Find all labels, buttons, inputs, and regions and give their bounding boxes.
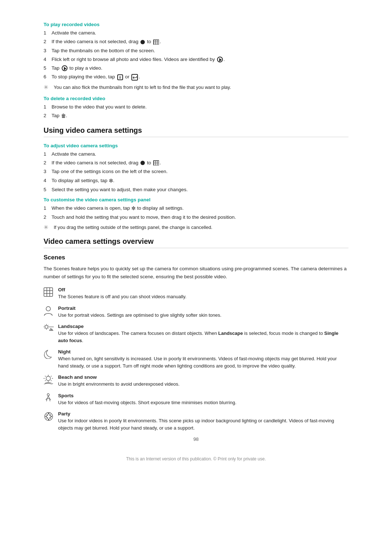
delete-step-2: 2 Tap 🗑. <box>44 112 348 120</box>
svg-point-30 <box>51 416 52 417</box>
scene-portrait-desc: Use for portrait videos. Settings are op… <box>58 312 348 319</box>
delete-recorded-steps: 1 Browse to the video that you want to d… <box>44 103 348 120</box>
scene-beach-title: Beach and snow <box>58 374 348 380</box>
svg-point-31 <box>47 418 48 419</box>
scene-off-desc: The Scenes feature is off and you can sh… <box>58 293 348 300</box>
scenes-intro: The Scenes feature helps you to quickly … <box>44 265 348 280</box>
back-btn-icon: ↩ <box>131 74 138 81</box>
scene-beach: Beach and snow Use in bright environment… <box>44 374 348 388</box>
scene-portrait: Portrait Use for portrait videos. Settin… <box>44 305 348 319</box>
using-video-settings-section: Using video camera settings To adjust vi… <box>44 126 348 231</box>
svg-rect-0 <box>44 288 53 296</box>
svg-point-24 <box>47 394 49 396</box>
adj-step-4: 4 To display all settings, tap ✼. <box>44 177 348 185</box>
grid-icon <box>153 40 159 45</box>
scene-sports-icon <box>44 393 58 405</box>
svg-point-27 <box>50 415 51 416</box>
step-6: 6 To stop playing the video, tap ⏸ or ↩. <box>44 73 348 81</box>
svg-line-12 <box>48 328 48 329</box>
scene-night: Night When turned on, light sensitivity … <box>44 349 348 369</box>
adjust-settings-section: To adjust video camera settings 1 Activa… <box>44 143 348 193</box>
play-video-icon <box>62 65 68 71</box>
scene-portrait-title: Portrait <box>58 305 348 311</box>
svg-point-33 <box>48 419 49 420</box>
scene-night-desc: When turned on, light sensitivity is inc… <box>58 355 348 369</box>
scene-sports-desc: Use for videos of fast-moving objects. S… <box>58 399 348 406</box>
delete-recorded-heading: To delete a recorded video <box>44 96 348 101</box>
scene-landscape: Landscape Use for videos of landscapes. … <box>44 324 348 344</box>
circle-icon-2 <box>140 161 145 165</box>
adj-step-2: 2 If the video camera is not selected, d… <box>44 159 348 167</box>
page-number: 98 <box>44 436 348 442</box>
adjust-settings-heading: To adjust video camera settings <box>44 143 348 148</box>
svg-point-32 <box>50 418 51 419</box>
adjust-steps: 1 Activate the camera. 2 If the video ca… <box>44 151 348 193</box>
cust-step-1: 1 When the video camera is open, tap ✼ t… <box>44 205 348 212</box>
play-recorded-steps: 1 Activate the camera. 2 If the video ca… <box>44 29 348 81</box>
scene-beach-icon <box>44 375 58 386</box>
step-4: 4 Flick left or right to browse all phot… <box>44 56 348 63</box>
customise-panel-section: To customise the video camera settings p… <box>44 197 348 231</box>
play-recorded-heading: To play recorded videos <box>44 22 348 27</box>
delete-recorded-section: To delete a recorded video 1 Browse to t… <box>44 96 348 120</box>
tip-sun-icon-2: ✳ <box>44 224 54 231</box>
page-footer: This is an Internet version of this publ… <box>44 456 348 461</box>
scene-party: Party Use for indoor videos in poorly li… <box>44 411 348 431</box>
step-2: 2 If the video camera is not selected, d… <box>44 38 348 45</box>
scenes-section: Scenes The Scenes feature helps you to q… <box>44 254 348 431</box>
step-5: 5 Tap to play a video. <box>44 65 348 72</box>
overview-section: Video camera settings overview Scenes Th… <box>44 237 348 431</box>
scene-landscape-desc: Use for videos of landscapes. The camera… <box>58 330 348 344</box>
scene-night-icon <box>44 349 58 361</box>
svg-line-11 <box>45 325 45 326</box>
scene-party-desc: Use for indoor videos in poorly lit envi… <box>58 417 348 431</box>
grid-icon-2 <box>153 160 159 165</box>
svg-point-6 <box>45 325 48 328</box>
trash-icon: 🗑 <box>61 112 66 120</box>
settings-icon: ✼ <box>109 177 113 185</box>
scene-off-title: Off <box>58 287 348 292</box>
step-3: 3 Tap the thumbnails on the bottom of th… <box>44 47 348 54</box>
customise-heading: To customise the video camera settings p… <box>44 197 348 202</box>
overview-heading: Video camera settings overview <box>44 237 348 248</box>
circle-icon <box>140 40 145 44</box>
svg-point-5 <box>46 307 50 311</box>
svg-line-14 <box>45 328 45 329</box>
scene-beach-desc: Use in bright environments to avoid unde… <box>58 381 348 388</box>
play-tip: ✳ You can also flick the thumbnails from… <box>44 85 348 91</box>
scenes-heading: Scenes <box>44 254 348 261</box>
play-circle-icon <box>217 57 223 62</box>
svg-line-20 <box>45 376 46 377</box>
delete-step-1: 1 Browse to the video that you want to d… <box>44 103 348 111</box>
scene-off: Off The Scenes feature is off and you ca… <box>44 287 348 300</box>
using-settings-heading: Using video camera settings <box>44 126 348 137</box>
scene-sports: Sports Use for videos of fast-moving obj… <box>44 393 348 406</box>
svg-line-13 <box>48 325 48 326</box>
customise-steps: 1 When the video camera is open, tap ✼ t… <box>44 205 348 221</box>
scene-sports-title: Sports <box>58 393 348 398</box>
scene-party-title: Party <box>58 411 348 416</box>
cust-step-2: 2 Touch and hold the setting that you wa… <box>44 214 348 221</box>
step-1: 1 Activate the camera. <box>44 29 348 37</box>
svg-line-23 <box>45 380 46 381</box>
svg-line-21 <box>51 380 52 381</box>
scene-portrait-icon <box>44 306 58 318</box>
tip-sun-icon: ✳ <box>44 84 54 91</box>
adj-step-5: 5 Select the setting you want to adjust,… <box>44 186 348 193</box>
svg-line-22 <box>51 376 52 377</box>
customise-tip: ✳ If you drag the setting outside of the… <box>44 225 348 231</box>
adj-step-1: 1 Activate the camera. <box>44 151 348 158</box>
svg-point-15 <box>46 376 50 381</box>
scene-off-icon <box>44 287 58 299</box>
svg-point-26 <box>47 415 48 416</box>
svg-point-29 <box>46 416 47 417</box>
play-recorded-section: To play recorded videos 1 Activate the c… <box>44 22 348 91</box>
settings-icon-2: ✼ <box>131 205 136 212</box>
scene-list: Off The Scenes feature is off and you ca… <box>44 287 348 431</box>
scene-night-title: Night <box>58 349 348 354</box>
scene-landscape-icon <box>44 324 58 335</box>
svg-point-28 <box>48 413 49 414</box>
scene-landscape-title: Landscape <box>58 324 348 329</box>
scene-party-icon <box>44 411 58 423</box>
adj-step-3: 3 Tap one of the settings icons on the l… <box>44 168 348 175</box>
